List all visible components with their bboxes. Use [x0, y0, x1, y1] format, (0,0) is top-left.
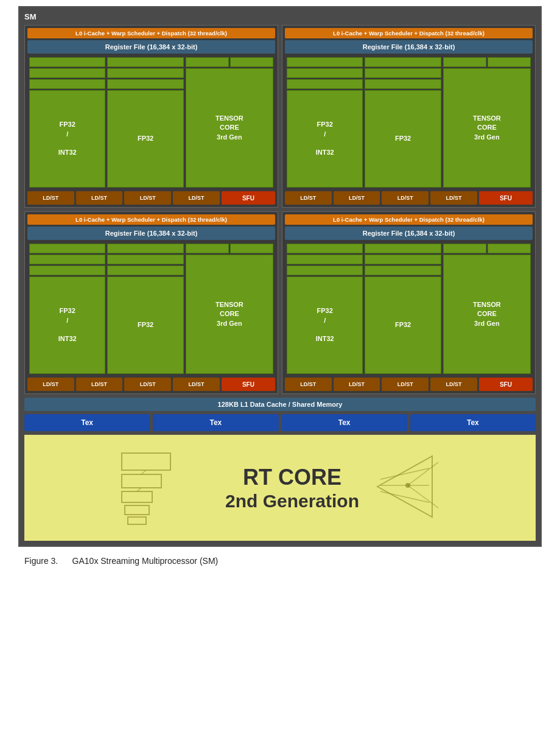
ldst-cell-16: LD/ST	[430, 378, 477, 391]
tensor-label-2: TENSORCORE3rd Gen	[473, 114, 501, 142]
ldst-cell-5: LD/ST	[285, 191, 332, 205]
register-file-bar-2: Register File (16,384 x 32-bit)	[285, 40, 533, 54]
tensor-top-cell	[230, 57, 273, 67]
fp32-main-2: FP32	[365, 90, 441, 188]
tex-cell-2: Tex	[153, 414, 278, 431]
fp32-label-4: FP32	[395, 320, 411, 329]
figure-number: Figure 3.	[24, 556, 58, 566]
compute-area-1: FP32/INT32 FP32	[27, 55, 275, 189]
l0-cache-bar-4: L0 i-Cache + Warp Scheduler + Dispatch (…	[285, 214, 533, 225]
sm-container: SM L0 i-Cache + Warp Scheduler + Dispatc…	[18, 6, 542, 547]
ldst-cell-9: LD/ST	[27, 378, 74, 391]
tensor-top-cell	[186, 57, 229, 67]
rt-core-title: RT CORE	[225, 464, 359, 490]
fp32-int32-label-1: FP32/INT32	[58, 120, 77, 158]
fp32-column-2: FP32	[365, 57, 441, 188]
fp32-int32-column-3: FP32/INT32	[29, 244, 105, 374]
l0-cache-bar-2: L0 i-Cache + Warp Scheduler + Dispatch (…	[285, 28, 533, 38]
compute-area-3: FP32/INT32 FP32	[27, 242, 275, 376]
svg-marker-7	[377, 456, 432, 517]
ldst-row-1: LD/ST LD/ST LD/ST LD/ST SFU	[27, 191, 275, 205]
register-file-bar-3: Register File (16,384 x 32-bit)	[27, 227, 275, 240]
quadrant-4: L0 i-Cache + Warp Scheduler + Dispatch (…	[282, 211, 536, 394]
svg-line-10	[380, 491, 429, 502]
ldst-cell-4: LD/ST	[173, 191, 220, 205]
tex-cell-1: Tex	[24, 414, 150, 431]
tensor-label-3: TENSORCORE3rd Gen	[215, 300, 243, 328]
ldst-cell-12: LD/ST	[173, 378, 220, 391]
tex-row: Tex Tex Tex Tex	[24, 414, 536, 431]
fp32-column-1: FP32	[107, 57, 183, 188]
fp32-top-cell	[107, 57, 183, 67]
fp32-main-1: FP32	[107, 90, 183, 188]
fp32-label-2: FP32	[395, 134, 411, 143]
svg-rect-2	[122, 491, 152, 502]
ldst-cell-8: LD/ST	[430, 191, 477, 205]
compute-area-2: FP32/INT32 FP32	[285, 55, 533, 189]
quadrant-grid: L0 i-Cache + Warp Scheduler + Dispatch (…	[24, 25, 536, 394]
svg-rect-4	[128, 517, 146, 524]
fp32-int32-column-4: FP32/INT32	[287, 244, 363, 374]
l0-cache-bar-3: L0 i-Cache + Warp Scheduler + Dispatch (…	[27, 214, 275, 225]
register-file-bar-4: Register File (16,384 x 32-bit)	[285, 227, 533, 240]
ldst-row-4: LD/ST LD/ST LD/ST LD/ST SFU	[285, 378, 533, 391]
rt-core-right-diagram	[371, 450, 444, 526]
tensor-column-3: TENSORCORE3rd Gen	[186, 244, 273, 374]
fp32-int32-column-2: FP32/INT32	[287, 57, 363, 188]
ldst-cell-7: LD/ST	[382, 191, 429, 205]
figure-caption: Figure 3. GA10x Streaming Multiprocessor…	[6, 556, 218, 566]
svg-line-5	[141, 470, 146, 474]
fp32-column-3: FP32	[107, 244, 183, 374]
svg-rect-0	[122, 453, 170, 470]
rt-core-text: RT CORE 2nd Generation	[225, 464, 359, 511]
fp32-column-4: FP32	[365, 244, 441, 374]
shared-memory-bar: 128KB L1 Data Cache / Shared Memory	[24, 398, 536, 411]
rt-core-section: RT CORE 2nd Generation	[24, 435, 536, 541]
sfu-cell-4: SFU	[479, 378, 533, 391]
fp32-label-3: FP32	[138, 320, 153, 329]
ldst-cell-14: LD/ST	[334, 378, 380, 391]
tensor-column-4: TENSORCORE3rd Gen	[443, 244, 531, 374]
fp32-top-cell	[29, 68, 105, 78]
fp32-top-cell	[107, 68, 183, 78]
compute-area-4: FP32/INT32 FP32	[285, 242, 533, 376]
fp32-int32-label-2: FP32/INT32	[316, 120, 334, 158]
fp32-label-1: FP32	[138, 134, 153, 143]
ldst-cell-13: LD/ST	[285, 378, 332, 391]
tex-cell-4: Tex	[410, 414, 536, 431]
fp32-top-cell	[29, 57, 105, 67]
quadrant-3: L0 i-Cache + Warp Scheduler + Dispatch (…	[24, 211, 278, 394]
register-file-bar-1: Register File (16,384 x 32-bit)	[27, 40, 275, 54]
fp32-int32-column-1: FP32/INT32	[29, 57, 105, 188]
svg-rect-1	[122, 474, 161, 488]
fp32-int32-label-3: FP32/INT32	[58, 306, 77, 344]
fp32-int32-main-4: FP32/INT32	[287, 276, 363, 374]
tensor-main-2: TENSORCORE3rd Gen	[443, 68, 531, 188]
fp32-int32-main-1: FP32/INT32	[29, 90, 105, 188]
tensor-main-3: TENSORCORE3rd Gen	[186, 255, 273, 374]
tensor-label-1: TENSORCORE3rd Gen	[215, 114, 243, 142]
fp32-main-3: FP32	[107, 276, 183, 374]
ldst-cell-15: LD/ST	[382, 378, 429, 391]
ldst-cell-3: LD/ST	[124, 191, 171, 205]
rt-core-subtitle: 2nd Generation	[225, 491, 359, 512]
rt-core-diagram	[116, 447, 213, 529]
tensor-column-2: TENSORCORE3rd Gen	[443, 57, 531, 188]
tensor-column-1: TENSORCORE3rd Gen	[186, 57, 273, 188]
sm-label: SM	[24, 12, 536, 21]
quadrant-1: L0 i-Cache + Warp Scheduler + Dispatch (…	[24, 25, 278, 208]
fp32-top-cell	[107, 79, 183, 89]
fp32-int32-main-3: FP32/INT32	[29, 276, 105, 374]
fp32-int32-label-4: FP32/INT32	[316, 306, 334, 344]
svg-line-12	[408, 462, 438, 485]
fp32-main-4: FP32	[365, 276, 441, 374]
ldst-cell-1: LD/ST	[27, 191, 74, 205]
ldst-cell-2: LD/ST	[76, 191, 123, 205]
fp32-int32-main-2: FP32/INT32	[287, 90, 363, 188]
ldst-row-3: LD/ST LD/ST LD/ST LD/ST SFU	[27, 378, 275, 391]
fp32-top-cell	[29, 79, 105, 89]
tex-cell-3: Tex	[282, 414, 407, 431]
sfu-cell-1: SFU	[222, 191, 275, 205]
svg-line-13	[408, 485, 438, 508]
ldst-cell-6: LD/ST	[334, 191, 380, 205]
